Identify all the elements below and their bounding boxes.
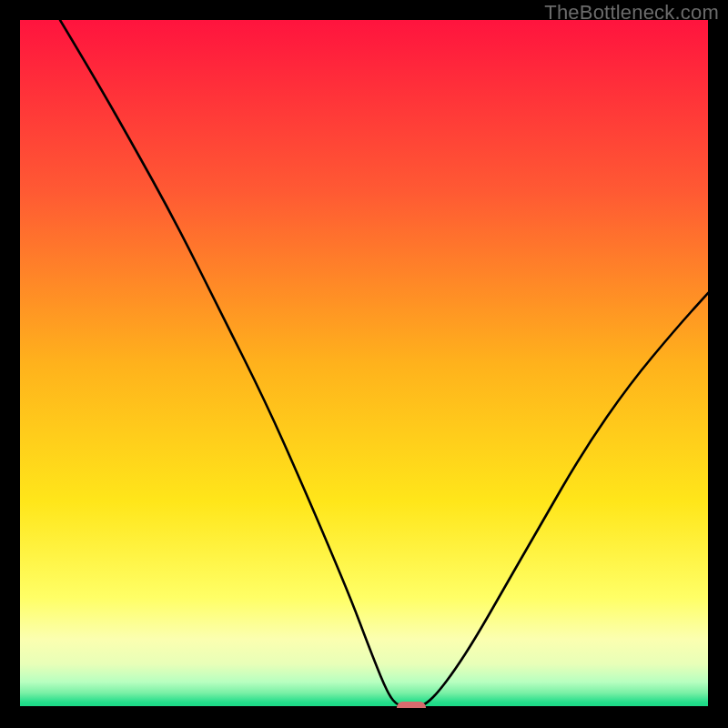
watermark-text: TheBottleneck.com bbox=[544, 1, 719, 25]
bottleneck-curve bbox=[60, 20, 708, 706]
plot-area bbox=[20, 20, 708, 708]
target-marker bbox=[397, 702, 426, 708]
chart-frame: TheBottleneck.com bbox=[0, 0, 728, 728]
curve-layer bbox=[20, 20, 708, 708]
